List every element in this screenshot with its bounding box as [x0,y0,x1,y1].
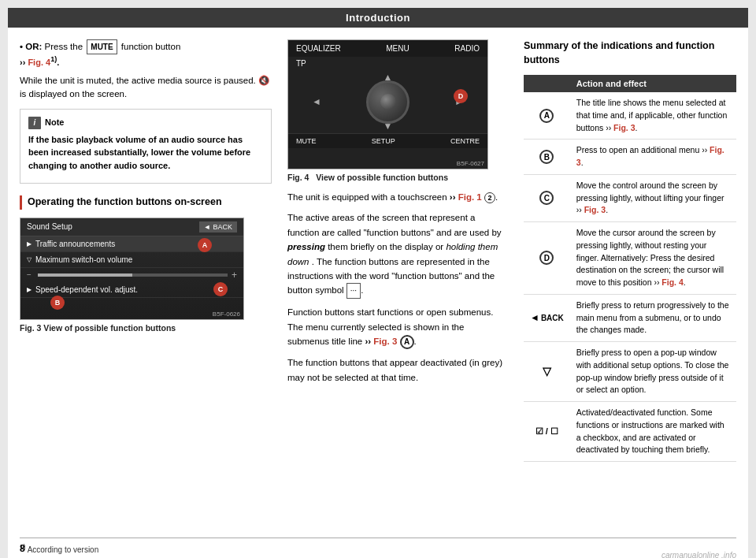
fig3-container: Sound Setup ◄ BACK ▶ Traffic announcemen… [20,218,244,320]
page-footer: 1) According to version [20,538,736,554]
content-area: • OR: Press the MUTE function button ›› … [8,28,748,462]
fig3-caption-text: View of possible function buttons [43,323,176,333]
note-text: If the basic playback volume of an audio… [28,133,263,173]
fig3-row-1: ▶ Traffic announcements A [20,236,243,252]
para1: The unit is equipped with a touchscreen … [287,190,508,204]
table-header: Action and effect [524,75,736,92]
fig4-label: Fig. 4 [287,173,309,182]
fig4-link[interactable]: Fig. 4 [28,58,50,67]
or-suffix: function button [121,42,180,51]
back-symbol: ◄ BACK [530,311,564,325]
table-row: ▽Briefly press to open a pop-up window w… [524,342,736,402]
operating-section: Operating the function buttons on-screen… [20,195,272,333]
summary-table: Action and effect AThe title line shows … [524,75,736,462]
slider-fill [38,273,133,277]
table-row: ☑ / ☐Activated/deactivated function. Som… [524,402,736,462]
radio-center: ▲ ◄ ► ▼ D [288,70,487,133]
fig4-container: EQUALIZER MENU RADIO TP ▲ ◄ [287,39,488,169]
radio-radio: RADIO [454,44,480,53]
circle-2: 2 [484,192,495,203]
radio-setup: SETUP [372,137,395,145]
radio-knob-inner [380,94,396,110]
middle-text: The unit is equipped with a touchscreen … [287,190,508,385]
note-label: Note [45,116,64,129]
fig3-caption: Fig. 3 View of possible function buttons [20,323,272,333]
fig4-id: B5F-0627 [457,160,484,167]
slider-bar [38,273,228,277]
fig3-row-2: ▽ Maximum switch-on volume C [20,252,243,268]
fig3-header: Sound Setup ◄ BACK [20,218,243,236]
para2: The active areas of the screen that repr… [287,210,508,299]
fig3-header-title: Sound Setup [27,222,72,231]
fig3-label: Fig. 3 [20,323,41,333]
arrow-icon-1: ▶ [27,240,32,247]
action-cell: Briefly press to open a pop-up window wi… [570,342,736,402]
action-cell: Move the cursor around the screen by pre… [570,222,736,295]
symbol-cell: D [524,222,570,295]
badge-a: A [198,238,212,252]
action-cell: Move the control around the screen by pr… [570,174,736,221]
checkbox-symbol: ☑ / ☐ [536,426,558,436]
up-arrow-icon: ▲ [384,72,393,83]
radio-top-bar: EQUALIZER MENU RADIO [288,40,487,57]
note-box: i Note If the basic playback volume of a… [20,109,272,184]
info-icon: i [28,117,41,129]
para3: Function buttons start functions or open… [287,305,508,349]
table-row: DMove the cursor around the screen by pr… [524,222,736,295]
header-title: Introduction [346,12,410,24]
triangle-symbol: ▽ [543,365,551,378]
or-fig-ref: ›› Fig. 41). [20,58,59,67]
fig4-caption-text: View of possible function buttons [316,173,448,182]
radio-equalizer: EQUALIZER [296,44,341,53]
circle-letter-symbol: D [539,251,554,265]
right-column: Summary of the indications and function … [524,39,736,462]
circle-letter-symbol: B [539,150,554,164]
symbol-cell: C [524,174,570,221]
symbol-cell: ▽ [524,342,570,402]
fig3-screen: Sound Setup ◄ BACK ▶ Traffic announcemen… [20,218,243,319]
circle-letter-symbol: A [539,109,554,123]
radio-tp: TP [296,59,306,68]
arrow-icon-2: ▽ [27,256,32,263]
radio-centre: CENTRE [450,137,480,145]
action-cell: Press to open an additional menu ›› Fig.… [570,140,736,175]
pressing-text: pressing [287,242,325,251]
fig4-caption: Fig. 4 View of possible function buttons [287,173,508,182]
circle-a-badge: A [400,335,414,349]
slider-plus: + [232,270,237,281]
summary-title: Summary of the indications and function … [524,39,736,67]
down-arrow-icon: ▼ [384,121,393,132]
table-row: BPress to open an additional menu ›› Fig… [524,140,736,175]
mute-button-label: MUTE [87,39,117,54]
fig3-row3-text: Speed-dependent vol. adjust. [35,285,138,294]
page-number: 8 [20,543,25,554]
fig3-row2-text: Maximum switch-on volume [35,255,132,264]
or-section: • OR: Press the MUTE function button ›› … [20,39,272,184]
badge-d: D [454,89,468,103]
mute-symbol: 🔇 [258,76,269,85]
symbol-cell: ☑ / ☐ [524,402,570,462]
fig3-row1-text: Traffic announcements [35,240,115,248]
watermark: carmanualonline .info [662,551,736,558]
slider-minus: − [27,270,32,279]
badge-b: B [50,296,65,310]
left-arrow-icon: ◄ [312,96,321,107]
summary-table-body: AThe title line shows the menu selected … [524,92,736,462]
fig1-link: Fig. 1 [458,192,482,202]
fig3-id: B5F-0626 [213,311,240,318]
action-cell: Briefly press to return progressively to… [570,294,736,341]
middle-column: EQUALIZER MENU RADIO TP ▲ ◄ [287,39,508,462]
radio-bottom-bar: MUTE SETUP CENTRE [288,133,487,148]
page-header: Introduction [8,8,748,28]
page: Introduction • OR: Press the MUTE functi… [8,8,748,558]
operating-title: Operating the function buttons on-screen [20,195,272,210]
para4: The function buttons that appear deactiv… [287,355,508,385]
circle-letter-symbol: C [539,191,554,205]
note-text-bold: If the basic playback volume of an audio… [28,135,250,170]
note-header: i Note [28,116,263,129]
or-line: • OR: Press the MUTE function button ›› … [20,39,272,69]
symbol-cell: A [524,92,570,140]
action-cell: The title line shows the menu selected a… [570,92,736,140]
fig3-back-button[interactable]: ◄ BACK [199,221,237,232]
footnote: 1) According to version [20,543,736,554]
